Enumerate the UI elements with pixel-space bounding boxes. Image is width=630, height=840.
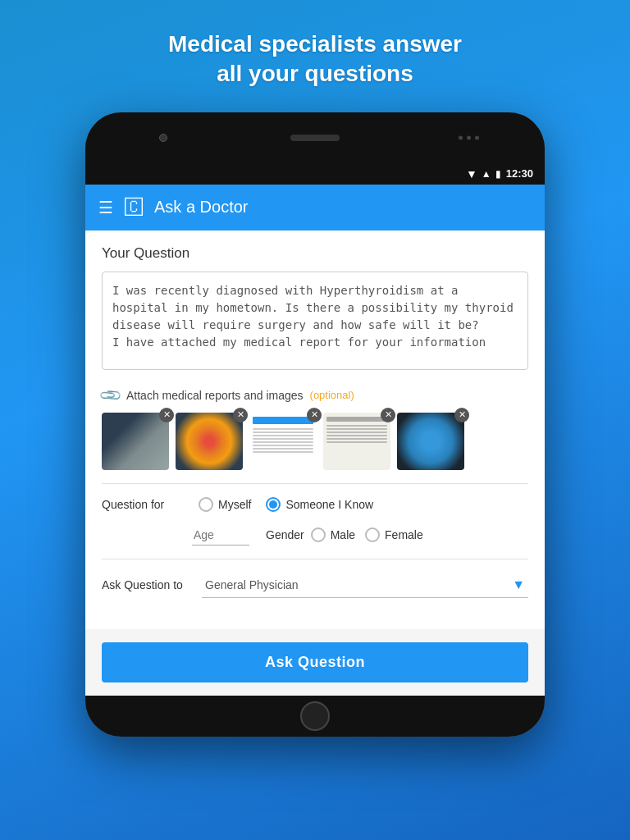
ask-to-row: Ask Question to General Physician ▼ <box>102 573 528 598</box>
phone-dot <box>475 135 479 139</box>
remove-image-4[interactable]: ✕ <box>381 408 395 422</box>
back-icon[interactable]: 🄲 <box>125 197 143 218</box>
divider-2 <box>102 559 528 559</box>
battery-icon: ▮ <box>495 168 501 180</box>
image-thumb: ✕ <box>249 413 317 470</box>
radio-female-circle[interactable] <box>365 527 380 542</box>
content-area: Your Question 📎 Attach medical reports a… <box>85 231 545 629</box>
divider <box>102 483 528 484</box>
attach-section: 📎 Attach medical reports and images (opt… <box>102 386 528 470</box>
image-thumb: ✕ <box>176 413 243 470</box>
remove-image-5[interactable]: ✕ <box>454 408 469 422</box>
gender-options: Male Female <box>311 527 423 542</box>
home-button[interactable] <box>300 701 330 731</box>
phone-top-bezel <box>85 112 545 163</box>
status-time: 12:30 <box>506 167 533 180</box>
radio-female-label: Female <box>385 528 423 541</box>
phone-speaker <box>290 135 340 141</box>
ask-question-button[interactable]: Ask Question <box>102 642 528 682</box>
ask-to-label: Ask Question to <box>102 578 192 591</box>
thumb-brain1 <box>102 413 169 470</box>
radio-myself-label: Myself <box>218 498 251 511</box>
specialty-dropdown[interactable]: General Physician ▼ <box>202 573 528 598</box>
radio-someone-option[interactable]: Someone I Know <box>266 497 373 512</box>
section-title: Your Question <box>102 245 528 262</box>
optional-text: (optional) <box>310 389 354 401</box>
phone-dots <box>459 135 479 139</box>
question-for-row: Question for Myself Someone I Know <box>102 497 528 512</box>
radio-myself-option[interactable]: Myself <box>199 497 251 512</box>
wifi-icon: ▼ <box>466 167 477 180</box>
gender-label: Gender <box>266 528 304 541</box>
radio-male-option[interactable]: Male <box>311 527 355 542</box>
screen: Your Question 📎 Attach medical reports a… <box>85 231 545 696</box>
radio-male-circle[interactable] <box>311 527 326 542</box>
thumb-paper <box>323 413 390 470</box>
thumb-brain2 <box>176 413 243 470</box>
phone-bottom-bezel <box>85 696 545 737</box>
remove-image-2[interactable]: ✕ <box>233 408 248 422</box>
question-textarea[interactable] <box>102 272 528 370</box>
radio-someone-circle[interactable] <box>266 497 281 512</box>
clip-icon: 📎 <box>98 382 123 408</box>
phone-frame: ▼ ▲ ▮ 12:30 ☰ 🄲 Ask a Doctor Your Questi… <box>85 112 545 737</box>
button-container: Ask Question <box>85 629 545 696</box>
question-for-label: Question for <box>102 498 192 511</box>
radio-myself-circle[interactable] <box>199 497 213 512</box>
status-icons: ▼ ▲ ▮ <box>466 167 501 180</box>
image-thumb: ✕ <box>323 413 390 470</box>
signal-icon: ▲ <box>482 168 491 180</box>
radio-female-option[interactable]: Female <box>365 527 423 542</box>
age-gender-row: Gender Male Female <box>192 525 528 546</box>
radio-male-label: Male <box>331 528 355 541</box>
image-thumb: ✕ <box>102 413 169 470</box>
remove-image-1[interactable]: ✕ <box>159 408 174 422</box>
age-input[interactable] <box>192 525 249 546</box>
hamburger-icon[interactable]: ☰ <box>98 199 113 216</box>
phone-dot <box>467 135 471 139</box>
app-bar: ☰ 🄲 Ask a Doctor <box>85 185 545 231</box>
remove-image-3[interactable]: ✕ <box>307 408 322 422</box>
gender-group: Gender Male Female <box>266 527 423 542</box>
image-thumb: ✕ <box>397 413 464 470</box>
attach-text: Attach medical reports and images <box>126 389 304 402</box>
specialty-value: General Physician <box>205 578 299 591</box>
page-header: Medical specialists answerall your quest… <box>168 30 462 89</box>
attach-label: 📎 Attach medical reports and images (opt… <box>102 386 528 404</box>
phone-camera <box>159 134 167 142</box>
thumb-brain3 <box>397 413 464 470</box>
header-title: Medical specialists answerall your quest… <box>168 31 462 86</box>
phone-dot <box>459 135 463 139</box>
status-bar: ▼ ▲ ▮ 12:30 <box>85 163 545 185</box>
radio-someone-label: Someone I Know <box>285 498 373 511</box>
image-grid: ✕ ✕ <box>102 413 528 470</box>
radio-group: Myself Someone I Know <box>199 497 373 512</box>
app-title: Ask a Doctor <box>154 198 248 217</box>
dropdown-arrow-icon: ▼ <box>512 578 525 592</box>
thumb-doc <box>249 413 317 470</box>
